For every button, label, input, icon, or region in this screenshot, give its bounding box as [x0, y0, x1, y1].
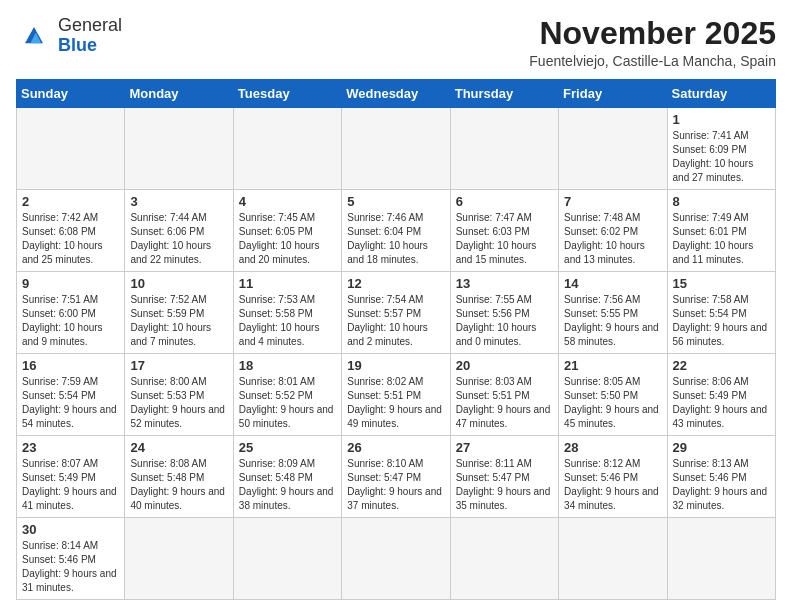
day-number: 5 [347, 194, 444, 209]
calendar-cell: 28Sunrise: 8:12 AM Sunset: 5:46 PM Dayli… [559, 436, 667, 518]
day-number: 2 [22, 194, 119, 209]
day-number: 14 [564, 276, 661, 291]
day-info: Sunrise: 7:56 AM Sunset: 5:55 PM Dayligh… [564, 293, 661, 349]
calendar-cell [450, 108, 558, 190]
calendar-cell: 22Sunrise: 8:06 AM Sunset: 5:49 PM Dayli… [667, 354, 775, 436]
calendar-cell [559, 518, 667, 600]
calendar-cell: 13Sunrise: 7:55 AM Sunset: 5:56 PM Dayli… [450, 272, 558, 354]
day-number: 8 [673, 194, 770, 209]
logo-text: General Blue [58, 16, 122, 56]
day-number: 13 [456, 276, 553, 291]
day-number: 19 [347, 358, 444, 373]
day-number: 17 [130, 358, 227, 373]
page-header: General Blue November 2025 Fuentelviejo,… [16, 16, 776, 69]
calendar-cell: 29Sunrise: 8:13 AM Sunset: 5:46 PM Dayli… [667, 436, 775, 518]
calendar-cell [559, 108, 667, 190]
day-number: 24 [130, 440, 227, 455]
calendar-cell: 20Sunrise: 8:03 AM Sunset: 5:51 PM Dayli… [450, 354, 558, 436]
calendar-cell [17, 108, 125, 190]
day-number: 7 [564, 194, 661, 209]
day-info: Sunrise: 7:55 AM Sunset: 5:56 PM Dayligh… [456, 293, 553, 349]
day-info: Sunrise: 8:13 AM Sunset: 5:46 PM Dayligh… [673, 457, 770, 513]
day-number: 27 [456, 440, 553, 455]
calendar-cell: 8Sunrise: 7:49 AM Sunset: 6:01 PM Daylig… [667, 190, 775, 272]
calendar-table: SundayMondayTuesdayWednesdayThursdayFrid… [16, 79, 776, 600]
day-info: Sunrise: 8:12 AM Sunset: 5:46 PM Dayligh… [564, 457, 661, 513]
calendar-cell: 11Sunrise: 7:53 AM Sunset: 5:58 PM Dayli… [233, 272, 341, 354]
calendar-cell [450, 518, 558, 600]
calendar-header: SundayMondayTuesdayWednesdayThursdayFrid… [17, 80, 776, 108]
day-info: Sunrise: 8:06 AM Sunset: 5:49 PM Dayligh… [673, 375, 770, 431]
calendar-week-row: 30Sunrise: 8:14 AM Sunset: 5:46 PM Dayli… [17, 518, 776, 600]
day-number: 30 [22, 522, 119, 537]
day-number: 25 [239, 440, 336, 455]
calendar-cell: 24Sunrise: 8:08 AM Sunset: 5:48 PM Dayli… [125, 436, 233, 518]
day-info: Sunrise: 7:53 AM Sunset: 5:58 PM Dayligh… [239, 293, 336, 349]
calendar-cell [125, 518, 233, 600]
calendar-cell: 12Sunrise: 7:54 AM Sunset: 5:57 PM Dayli… [342, 272, 450, 354]
calendar-cell: 19Sunrise: 8:02 AM Sunset: 5:51 PM Dayli… [342, 354, 450, 436]
day-info: Sunrise: 7:59 AM Sunset: 5:54 PM Dayligh… [22, 375, 119, 431]
day-info: Sunrise: 8:14 AM Sunset: 5:46 PM Dayligh… [22, 539, 119, 595]
weekday-header-saturday: Saturday [667, 80, 775, 108]
weekday-header-row: SundayMondayTuesdayWednesdayThursdayFrid… [17, 80, 776, 108]
day-number: 28 [564, 440, 661, 455]
calendar-week-row: 16Sunrise: 7:59 AM Sunset: 5:54 PM Dayli… [17, 354, 776, 436]
day-info: Sunrise: 7:48 AM Sunset: 6:02 PM Dayligh… [564, 211, 661, 267]
day-info: Sunrise: 7:52 AM Sunset: 5:59 PM Dayligh… [130, 293, 227, 349]
weekday-header-tuesday: Tuesday [233, 80, 341, 108]
day-info: Sunrise: 7:41 AM Sunset: 6:09 PM Dayligh… [673, 129, 770, 185]
calendar-cell: 5Sunrise: 7:46 AM Sunset: 6:04 PM Daylig… [342, 190, 450, 272]
day-number: 26 [347, 440, 444, 455]
day-info: Sunrise: 8:11 AM Sunset: 5:47 PM Dayligh… [456, 457, 553, 513]
day-info: Sunrise: 8:08 AM Sunset: 5:48 PM Dayligh… [130, 457, 227, 513]
calendar-week-row: 2Sunrise: 7:42 AM Sunset: 6:08 PM Daylig… [17, 190, 776, 272]
calendar-cell: 6Sunrise: 7:47 AM Sunset: 6:03 PM Daylig… [450, 190, 558, 272]
calendar-cell: 17Sunrise: 8:00 AM Sunset: 5:53 PM Dayli… [125, 354, 233, 436]
calendar-cell [342, 108, 450, 190]
day-number: 15 [673, 276, 770, 291]
day-info: Sunrise: 8:03 AM Sunset: 5:51 PM Dayligh… [456, 375, 553, 431]
day-number: 22 [673, 358, 770, 373]
day-info: Sunrise: 7:58 AM Sunset: 5:54 PM Dayligh… [673, 293, 770, 349]
day-number: 21 [564, 358, 661, 373]
calendar-cell: 14Sunrise: 7:56 AM Sunset: 5:55 PM Dayli… [559, 272, 667, 354]
day-number: 18 [239, 358, 336, 373]
day-number: 4 [239, 194, 336, 209]
day-info: Sunrise: 7:42 AM Sunset: 6:08 PM Dayligh… [22, 211, 119, 267]
day-number: 3 [130, 194, 227, 209]
calendar-cell [342, 518, 450, 600]
weekday-header-monday: Monday [125, 80, 233, 108]
day-info: Sunrise: 7:49 AM Sunset: 6:01 PM Dayligh… [673, 211, 770, 267]
calendar-week-row: 23Sunrise: 8:07 AM Sunset: 5:49 PM Dayli… [17, 436, 776, 518]
calendar-cell: 2Sunrise: 7:42 AM Sunset: 6:08 PM Daylig… [17, 190, 125, 272]
calendar-cell: 30Sunrise: 8:14 AM Sunset: 5:46 PM Dayli… [17, 518, 125, 600]
calendar-cell [667, 518, 775, 600]
day-info: Sunrise: 8:07 AM Sunset: 5:49 PM Dayligh… [22, 457, 119, 513]
day-number: 12 [347, 276, 444, 291]
weekday-header-thursday: Thursday [450, 80, 558, 108]
day-info: Sunrise: 8:00 AM Sunset: 5:53 PM Dayligh… [130, 375, 227, 431]
calendar-cell: 7Sunrise: 7:48 AM Sunset: 6:02 PM Daylig… [559, 190, 667, 272]
calendar-cell: 18Sunrise: 8:01 AM Sunset: 5:52 PM Dayli… [233, 354, 341, 436]
calendar-week-row: 1Sunrise: 7:41 AM Sunset: 6:09 PM Daylig… [17, 108, 776, 190]
calendar-body: 1Sunrise: 7:41 AM Sunset: 6:09 PM Daylig… [17, 108, 776, 600]
calendar-cell: 10Sunrise: 7:52 AM Sunset: 5:59 PM Dayli… [125, 272, 233, 354]
day-number: 20 [456, 358, 553, 373]
calendar-cell: 23Sunrise: 8:07 AM Sunset: 5:49 PM Dayli… [17, 436, 125, 518]
calendar-subtitle: Fuentelviejo, Castille-La Mancha, Spain [529, 53, 776, 69]
day-info: Sunrise: 8:10 AM Sunset: 5:47 PM Dayligh… [347, 457, 444, 513]
calendar-cell: 16Sunrise: 7:59 AM Sunset: 5:54 PM Dayli… [17, 354, 125, 436]
day-number: 10 [130, 276, 227, 291]
weekday-header-friday: Friday [559, 80, 667, 108]
day-info: Sunrise: 7:51 AM Sunset: 6:00 PM Dayligh… [22, 293, 119, 349]
day-info: Sunrise: 7:46 AM Sunset: 6:04 PM Dayligh… [347, 211, 444, 267]
day-number: 9 [22, 276, 119, 291]
calendar-cell: 21Sunrise: 8:05 AM Sunset: 5:50 PM Dayli… [559, 354, 667, 436]
weekday-header-sunday: Sunday [17, 80, 125, 108]
day-info: Sunrise: 8:09 AM Sunset: 5:48 PM Dayligh… [239, 457, 336, 513]
day-info: Sunrise: 8:05 AM Sunset: 5:50 PM Dayligh… [564, 375, 661, 431]
logo: General Blue [16, 16, 122, 56]
weekday-header-wednesday: Wednesday [342, 80, 450, 108]
calendar-title: November 2025 [529, 16, 776, 51]
